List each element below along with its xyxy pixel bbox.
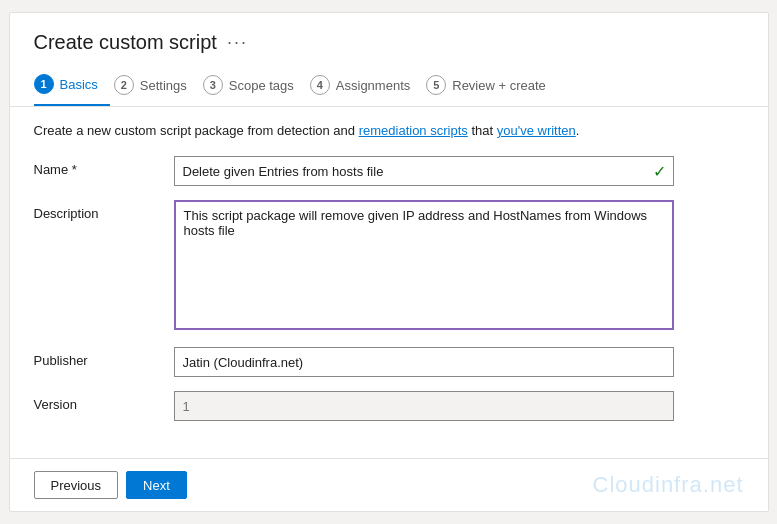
publisher-input-wrapper [174,347,674,377]
name-valid-icon: ✓ [653,162,666,181]
version-input[interactable] [174,391,674,421]
step-label-assignments: Assignments [336,78,410,93]
wizard-step-scope-tags[interactable]: 3 Scope tags [203,65,306,105]
step-label-settings: Settings [140,78,187,93]
step-label-review-create: Review + create [452,78,546,93]
description-control: This script package will remove given IP… [174,200,674,333]
name-control: ✓ [174,156,674,186]
step-number-basics: 1 [34,74,54,94]
step-label-basics: Basics [60,77,98,92]
watermark: Cloudinfra.net [593,472,744,498]
wizard-step-review-create[interactable]: 5 Review + create [426,65,558,105]
name-label: Name * [34,156,174,177]
intro-prefix: Create a new custom script package from … [34,123,359,138]
panel-header: Create custom script ··· [10,13,768,64]
name-row: Name * ✓ [34,156,744,186]
more-options-icon[interactable]: ··· [227,32,248,53]
previous-button[interactable]: Previous [34,471,119,499]
wizard-step-assignments[interactable]: 4 Assignments [310,65,422,105]
step-number-review-create: 5 [426,75,446,95]
version-row: Version [34,391,744,421]
publisher-input[interactable] [174,347,674,377]
intro-middle: that [468,123,497,138]
step-number-scope-tags: 3 [203,75,223,95]
name-input-wrapper: ✓ [174,156,674,186]
description-textarea[interactable]: This script package will remove given IP… [174,200,674,330]
version-control [174,391,674,421]
step-number-settings: 2 [114,75,134,95]
panel-footer: Previous Next Cloudinfra.net [10,458,768,511]
create-panel: Create custom script ··· 1 Basics 2 Sett… [9,12,769,512]
publisher-row: Publisher [34,347,744,377]
description-label: Description [34,200,174,221]
step-label-scope-tags: Scope tags [229,78,294,93]
publisher-label: Publisher [34,347,174,368]
step-number-assignments: 4 [310,75,330,95]
wizard-nav: 1 Basics 2 Settings 3 Scope tags 4 Assig… [10,64,768,107]
intro-suffix: . [576,123,580,138]
intro-link-remediation[interactable]: remediation scripts [359,123,468,138]
description-row: Description This script package will rem… [34,200,744,333]
name-input[interactable] [174,156,674,186]
panel-title: Create custom script [34,31,217,54]
version-input-wrapper [174,391,674,421]
wizard-step-basics[interactable]: 1 Basics [34,64,110,106]
intro-link-youve-written[interactable]: you've written [497,123,576,138]
publisher-control [174,347,674,377]
intro-text: Create a new custom script package from … [34,123,744,138]
wizard-step-settings[interactable]: 2 Settings [114,65,199,105]
version-label: Version [34,391,174,412]
next-button[interactable]: Next [126,471,187,499]
footer-actions: Previous Next [34,471,187,499]
panel-content: Create a new custom script package from … [10,107,768,458]
